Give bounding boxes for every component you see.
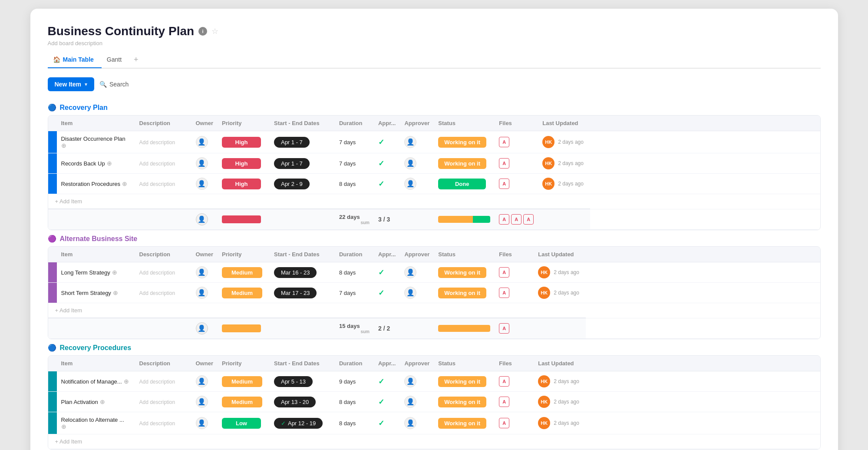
- row-status[interactable]: Working on it: [434, 412, 495, 434]
- priority-badge[interactable]: Medium: [222, 376, 262, 387]
- row-files[interactable]: A: [495, 174, 538, 194]
- add-item-row[interactable]: + Add Item: [48, 194, 820, 209]
- add-item-label[interactable]: + Add Item: [48, 434, 820, 449]
- date-badge[interactable]: ✓ Apr 12 - 19: [274, 418, 323, 429]
- row-owner[interactable]: 👤: [191, 371, 218, 392]
- row-priority[interactable]: High: [218, 174, 270, 194]
- approver-avatar[interactable]: 👤: [404, 287, 416, 299]
- priority-badge[interactable]: Medium: [222, 288, 262, 298]
- add-item-row[interactable]: + Add Item: [48, 303, 820, 318]
- row-owner[interactable]: 👤: [191, 283, 218, 303]
- row-priority[interactable]: Medium: [218, 262, 270, 283]
- status-badge[interactable]: Working on it: [438, 158, 486, 169]
- row-item-name[interactable]: Disaster Occurrence Plan ⊕: [57, 131, 135, 153]
- date-badge[interactable]: Apr 1 - 7: [274, 137, 310, 148]
- row-description[interactable]: Add description: [135, 392, 191, 412]
- row-owner[interactable]: 👤: [191, 392, 218, 412]
- status-badge[interactable]: Working on it: [438, 376, 486, 387]
- file-icon[interactable]: A: [499, 158, 509, 169]
- date-badge[interactable]: Mar 16 - 23: [274, 267, 317, 278]
- row-status[interactable]: Working on it: [434, 392, 495, 412]
- date-badge[interactable]: Mar 17 - 23: [274, 288, 317, 298]
- status-badge[interactable]: Working on it: [438, 397, 486, 407]
- section-title[interactable]: Alternate Business Site: [60, 235, 138, 243]
- row-status[interactable]: Working on it: [434, 262, 495, 283]
- priority-badge[interactable]: High: [222, 179, 261, 189]
- date-badge[interactable]: Apr 5 - 13: [274, 376, 313, 387]
- row-approver[interactable]: 👤: [400, 283, 434, 303]
- row-approver[interactable]: 👤: [400, 392, 434, 412]
- row-owner[interactable]: 👤: [191, 262, 218, 283]
- add-sub-item-icon[interactable]: ⊕: [110, 269, 117, 276]
- owner-avatar[interactable]: 👤: [196, 417, 208, 429]
- row-dates[interactable]: Apr 2 - 9: [270, 174, 335, 194]
- row-description[interactable]: Add description: [135, 131, 191, 153]
- new-item-button[interactable]: New Item ▾: [48, 77, 94, 91]
- row-description[interactable]: Add description: [135, 153, 191, 174]
- row-priority[interactable]: Low: [218, 412, 270, 434]
- priority-badge[interactable]: Medium: [222, 267, 262, 278]
- row-priority[interactable]: Medium: [218, 392, 270, 412]
- row-approver[interactable]: 👤: [400, 262, 434, 283]
- section-toggle-icon[interactable]: 🔵: [48, 103, 56, 112]
- row-item-name[interactable]: Relocation to Alternate ... ⊕: [57, 412, 135, 434]
- search-button[interactable]: 🔍 Search: [99, 81, 129, 88]
- row-files[interactable]: A: [495, 412, 534, 434]
- file-icon[interactable]: A: [499, 418, 509, 428]
- file-icon[interactable]: A: [499, 267, 509, 278]
- tab-add-button[interactable]: +: [129, 52, 143, 68]
- row-description[interactable]: Add description: [135, 371, 191, 392]
- approver-avatar[interactable]: 👤: [404, 178, 416, 190]
- add-item-label[interactable]: + Add Item: [48, 194, 820, 209]
- row-files[interactable]: A: [495, 131, 538, 153]
- owner-avatar[interactable]: 👤: [196, 287, 208, 299]
- add-sub-item-icon[interactable]: ⊕: [61, 142, 66, 149]
- row-priority[interactable]: High: [218, 153, 270, 174]
- row-owner[interactable]: 👤: [191, 174, 218, 194]
- date-badge[interactable]: Apr 2 - 9: [274, 179, 310, 189]
- row-status[interactable]: Working on it: [434, 131, 495, 153]
- row-files[interactable]: A: [495, 371, 534, 392]
- row-files[interactable]: A: [495, 283, 534, 303]
- approver-avatar[interactable]: 👤: [404, 136, 416, 148]
- owner-avatar[interactable]: 👤: [196, 396, 208, 408]
- add-sub-item-icon[interactable]: ⊕: [122, 378, 129, 385]
- approver-avatar[interactable]: 👤: [404, 157, 416, 169]
- row-dates[interactable]: Apr 1 - 7: [270, 153, 335, 174]
- section-title[interactable]: Recovery Plan: [60, 104, 108, 112]
- row-files[interactable]: A: [495, 262, 534, 283]
- owner-avatar[interactable]: 👤: [196, 136, 208, 148]
- date-badge[interactable]: Apr 13 - 20: [274, 397, 316, 407]
- section-title[interactable]: Recovery Procedures: [60, 344, 132, 352]
- row-files[interactable]: A: [495, 392, 534, 412]
- row-owner[interactable]: 👤: [191, 131, 218, 153]
- row-approver[interactable]: 👤: [400, 412, 434, 434]
- priority-badge[interactable]: Low: [222, 418, 261, 429]
- row-dates[interactable]: Apr 13 - 20: [270, 392, 335, 412]
- row-item-name[interactable]: Long Term Strategy ⊕: [57, 262, 135, 283]
- row-dates[interactable]: Apr 1 - 7: [270, 131, 335, 153]
- row-approver[interactable]: 👤: [400, 174, 434, 194]
- star-icon[interactable]: ☆: [211, 26, 218, 36]
- row-status[interactable]: Working on it: [434, 283, 495, 303]
- row-owner[interactable]: 👤: [191, 153, 218, 174]
- file-icon[interactable]: A: [499, 137, 509, 147]
- row-item-name[interactable]: Short Term Strategy ⊕: [57, 283, 135, 303]
- status-badge[interactable]: Working on it: [438, 418, 486, 429]
- row-item-name[interactable]: Notification of Manage... ⊕: [57, 371, 135, 392]
- add-item-row[interactable]: + Add Item: [48, 434, 820, 449]
- file-icon[interactable]: A: [499, 288, 509, 298]
- row-owner[interactable]: 👤: [191, 412, 218, 434]
- row-priority[interactable]: Medium: [218, 371, 270, 392]
- approver-avatar[interactable]: 👤: [404, 266, 416, 278]
- row-description[interactable]: Add description: [135, 262, 191, 283]
- row-approver[interactable]: 👤: [400, 371, 434, 392]
- owner-avatar[interactable]: 👤: [196, 178, 208, 190]
- tab-main-table[interactable]: 🏠 Main Table: [48, 53, 102, 68]
- add-item-label[interactable]: + Add Item: [48, 303, 820, 318]
- approver-avatar[interactable]: 👤: [404, 396, 416, 408]
- priority-badge[interactable]: Medium: [222, 397, 262, 407]
- file-icon[interactable]: A: [499, 179, 509, 189]
- owner-avatar[interactable]: 👤: [196, 375, 208, 387]
- row-dates[interactable]: Mar 16 - 23: [270, 262, 335, 283]
